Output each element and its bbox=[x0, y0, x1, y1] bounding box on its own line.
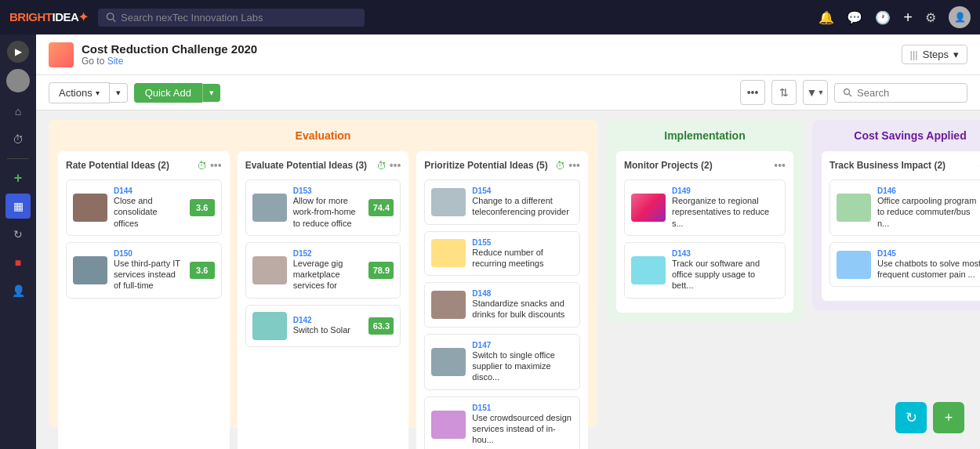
idea-card-d142[interactable]: D142 Switch to Solar 63.3 bbox=[245, 305, 401, 347]
idea-score-d144: 3.6 bbox=[190, 199, 215, 216]
idea-text-d142: Switch to Solar bbox=[293, 324, 363, 335]
idea-id-d149: D149 bbox=[672, 186, 779, 195]
idea-card-d143[interactable]: D143 Track our software and office suppl… bbox=[624, 242, 786, 299]
idea-text-d154: Change to a different teleconferencing p… bbox=[472, 195, 573, 218]
notifications-icon[interactable]: 🔔 bbox=[818, 10, 834, 25]
idea-card-d152[interactable]: D152 Leverage gig marketplace services f… bbox=[245, 242, 401, 299]
add-fab[interactable]: + bbox=[933, 402, 964, 433]
steps-selector[interactable]: ||| Steps ▾ bbox=[902, 45, 967, 64]
lane-monitor-header: Monitor Projects (2) ••• bbox=[624, 159, 786, 172]
idea-content-d143: D143 Track our software and office suppl… bbox=[672, 249, 779, 291]
idea-card-d155[interactable]: D155 Reduce number of recurring meetings bbox=[424, 231, 580, 277]
global-search-bar[interactable] bbox=[98, 9, 365, 27]
lane-prioritize: Prioritize Potential Ideas (5) ⏱ ••• D15… bbox=[416, 151, 588, 449]
idea-thumb-d148 bbox=[431, 291, 466, 319]
quick-add-caret[interactable]: ▾ bbox=[202, 84, 220, 102]
idea-content-d148: D148 Standardize snacks and drinks for b… bbox=[472, 289, 573, 320]
idea-id-d154: D154 bbox=[472, 186, 573, 195]
lane-prioritize-more-icon[interactable]: ••• bbox=[568, 159, 580, 172]
idea-card-d153[interactable]: D153 Allow for more work-from-home to re… bbox=[245, 179, 401, 236]
actions-caret[interactable]: ▾ bbox=[110, 83, 128, 103]
idea-thumb-d154 bbox=[431, 188, 466, 216]
idea-content-d152: D152 Leverage gig marketplace services f… bbox=[293, 249, 363, 291]
quick-add-button[interactable]: Quick Add bbox=[134, 83, 202, 103]
sidebar-item-add[interactable]: + bbox=[5, 165, 31, 190]
svg-point-0 bbox=[107, 13, 113, 20]
idea-thumb-d146 bbox=[837, 194, 871, 222]
actions-button[interactable]: Actions ▾ bbox=[49, 82, 110, 103]
sidebar-item-cycle[interactable]: ↻ bbox=[5, 222, 31, 247]
idea-content-d149: D149 Reorganize to regional representati… bbox=[672, 186, 779, 229]
idea-card-d148[interactable]: D148 Standardize snacks and drinks for b… bbox=[424, 282, 580, 328]
idea-thumb-d153 bbox=[252, 194, 287, 222]
lane-monitor-more-icon[interactable]: ••• bbox=[774, 159, 786, 172]
actions-button-group: Actions ▾ ▾ bbox=[49, 82, 128, 103]
idea-card-d154[interactable]: D154 Change to a different teleconferenc… bbox=[424, 179, 580, 225]
idea-id-d150: D150 bbox=[114, 249, 183, 258]
lane-rate-more-icon[interactable]: ••• bbox=[210, 159, 222, 172]
history-icon[interactable]: 🕐 bbox=[875, 10, 891, 25]
idea-thumb-d149 bbox=[631, 194, 666, 222]
search-icon bbox=[106, 12, 116, 23]
sidebar-item-block[interactable]: ■ bbox=[5, 250, 31, 275]
top-navigation: BRIGHTIDEA✦ 🔔 💬 🕐 + ⚙ 👤 bbox=[0, 0, 980, 34]
phase-cost-savings-title: Cost Savings Applied bbox=[822, 129, 980, 142]
idea-card-d150[interactable]: D150 Use third-party IT services instead… bbox=[66, 242, 222, 299]
refresh-fab[interactable]: ↻ bbox=[895, 402, 927, 433]
more-options-button[interactable]: ••• bbox=[740, 80, 765, 105]
idea-id-d144: D144 bbox=[114, 186, 183, 195]
idea-content-d144: D144 Close and consolidate offices bbox=[114, 186, 183, 229]
phase-evaluation: Evaluation Rate Potential Ideas (2) ⏱ ••… bbox=[49, 120, 597, 428]
global-search-input[interactable] bbox=[121, 12, 357, 24]
idea-id-d151: D151 bbox=[472, 404, 573, 412]
filter-button[interactable]: ▼▼ bbox=[803, 80, 828, 105]
phase-evaluation-title: Evaluation bbox=[58, 129, 588, 142]
idea-card-d146[interactable]: D146 Office carpooling program to reduce… bbox=[829, 179, 980, 236]
user-avatar[interactable]: 👤 bbox=[949, 6, 971, 28]
idea-score-d153: 74.4 bbox=[368, 199, 394, 216]
sidebar-avatar[interactable] bbox=[6, 69, 30, 92]
lane-track-header: Track Business Impact (2) ••• bbox=[829, 159, 980, 172]
idea-card-d147[interactable]: D147 Switch to single office supplier to… bbox=[424, 334, 580, 390]
settings-icon[interactable]: ⚙ bbox=[925, 10, 936, 25]
idea-card-d144[interactable]: D144 Close and consolidate offices 3.6 bbox=[66, 179, 222, 236]
idea-card-d151[interactable]: D151 Use crowdsourced design services in… bbox=[424, 396, 580, 449]
lane-evaluate-title: Evaluate Potential Ideas (3) bbox=[245, 160, 373, 171]
sidebar-toggle[interactable]: ▶ bbox=[7, 41, 29, 63]
idea-thumb-d147 bbox=[431, 348, 466, 376]
sort-button[interactable]: ⇅ bbox=[771, 80, 797, 105]
lane-evaluate-header: Evaluate Potential Ideas (3) ⏱ ••• bbox=[245, 159, 401, 172]
idea-text-d148: Standardize snacks and drinks for bulk d… bbox=[472, 298, 573, 320]
bottom-fabs: ↻ + bbox=[895, 402, 964, 433]
idea-id-d142: D142 bbox=[293, 316, 363, 324]
sidebar-item-person[interactable]: 👤 bbox=[5, 278, 31, 303]
phase-evaluation-columns: Rate Potential Ideas (2) ⏱ ••• D144 Clos… bbox=[58, 151, 588, 449]
sidebar-item-clock[interactable]: ⏱ bbox=[5, 127, 31, 152]
app-logo: BRIGHTIDEA✦ bbox=[9, 10, 89, 24]
idea-text-d152: Leverage gig marketplace services for bbox=[293, 258, 363, 291]
lane-evaluate-more-icon[interactable]: ••• bbox=[390, 159, 401, 172]
sidebar-item-kanban[interactable]: ▦ bbox=[5, 194, 31, 219]
kanban-board: Evaluation Rate Potential Ideas (2) ⏱ ••… bbox=[36, 110, 980, 449]
idea-text-d153: Allow for more work-from-home to reduce … bbox=[293, 195, 363, 229]
idea-thumb-d155 bbox=[431, 239, 466, 267]
idea-text-d149: Reorganize to regional representatives t… bbox=[672, 195, 779, 229]
idea-id-d147: D147 bbox=[472, 341, 573, 349]
idea-card-d149[interactable]: D149 Reorganize to regional representati… bbox=[624, 179, 786, 236]
project-subtitle: Go to Site bbox=[82, 56, 902, 67]
project-icon bbox=[49, 42, 74, 67]
lane-rate-clock-icon: ⏱ bbox=[197, 160, 207, 172]
board-search-wrapper[interactable] bbox=[834, 83, 967, 103]
project-site-link[interactable]: Site bbox=[107, 56, 124, 67]
idea-content-d146: D146 Office carpooling program to reduce… bbox=[877, 186, 980, 229]
messages-icon[interactable]: 💬 bbox=[847, 10, 862, 25]
add-icon[interactable]: + bbox=[903, 9, 913, 27]
idea-card-d145[interactable]: D145 Use chatbots to solve most frequent… bbox=[829, 242, 980, 288]
board-search-input[interactable] bbox=[857, 87, 959, 99]
sidebar-item-home[interactable]: ⌂ bbox=[5, 99, 31, 124]
lane-rate: Rate Potential Ideas (2) ⏱ ••• D144 Clos… bbox=[58, 151, 230, 449]
phase-implementation: Implementation Monitor Projects (2) ••• … bbox=[607, 120, 803, 322]
idea-thumb-d151 bbox=[431, 411, 466, 439]
lane-prioritize-clock-icon: ⏱ bbox=[555, 160, 565, 172]
quick-add-button-group: Quick Add ▾ bbox=[134, 83, 220, 103]
